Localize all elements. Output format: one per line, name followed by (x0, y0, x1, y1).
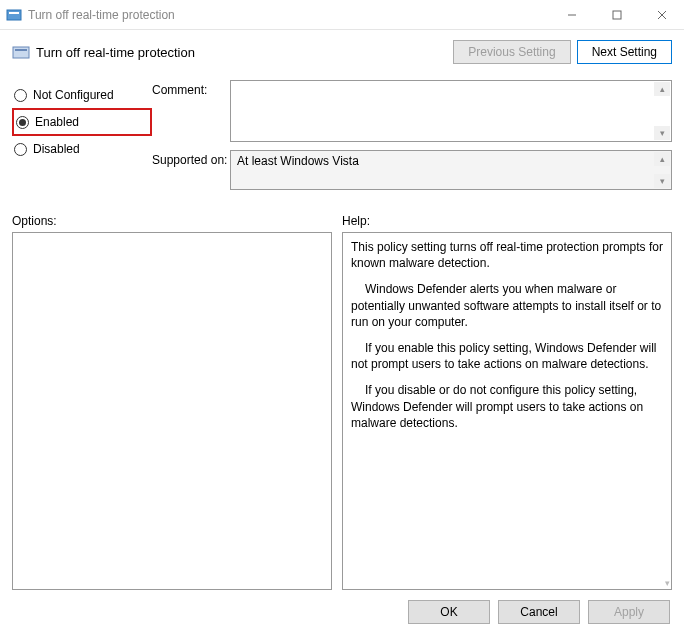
dialog-footer: OK Cancel Apply (12, 590, 672, 624)
maximize-button[interactable] (594, 0, 639, 29)
radio-label: Not Configured (33, 88, 114, 102)
minimize-button[interactable] (549, 0, 594, 29)
cancel-button[interactable]: Cancel (498, 600, 580, 624)
radio-label: Disabled (33, 142, 80, 156)
svg-rect-7 (15, 49, 27, 51)
radio-icon (16, 116, 29, 129)
options-label: Options: (12, 214, 342, 228)
help-text: This policy setting turns off real-time … (351, 239, 663, 431)
comment-input[interactable]: ▴ ▾ (230, 80, 672, 142)
comment-label: Comment: (152, 80, 230, 142)
help-paragraph: This policy setting turns off real-time … (351, 239, 663, 271)
radio-icon (14, 89, 27, 102)
radio-not-configured[interactable]: Not Configured (12, 82, 152, 108)
svg-rect-6 (13, 47, 29, 58)
svg-rect-0 (7, 10, 21, 20)
window-controls (549, 0, 684, 29)
radio-disabled[interactable]: Disabled (12, 136, 152, 162)
help-label: Help: (342, 214, 672, 228)
scroll-down-icon[interactable]: ▾ (665, 578, 670, 588)
radio-label: Enabled (35, 115, 79, 129)
svg-rect-3 (613, 11, 621, 19)
radio-icon (14, 143, 27, 156)
supported-on-label: Supported on: (152, 150, 230, 190)
help-paragraph: If you disable or do not configure this … (351, 382, 663, 431)
policy-icon (12, 43, 30, 61)
svg-rect-1 (9, 12, 19, 14)
supported-on-value-box: At least Windows Vista ▴ ▾ (230, 150, 672, 190)
app-icon (6, 7, 22, 23)
scroll-up-icon[interactable]: ▴ (654, 152, 670, 166)
help-paragraph: Windows Defender alerts you when malware… (351, 281, 663, 330)
scroll-down-icon[interactable]: ▾ (654, 126, 670, 140)
previous-setting-button[interactable]: Previous Setting (453, 40, 570, 64)
next-setting-button[interactable]: Next Setting (577, 40, 672, 64)
close-button[interactable] (639, 0, 684, 29)
apply-button[interactable]: Apply (588, 600, 670, 624)
page-title: Turn off real-time protection (36, 45, 447, 60)
supported-on-value: At least Windows Vista (237, 154, 359, 168)
help-paragraph: If you enable this policy setting, Windo… (351, 340, 663, 372)
help-pane: This policy setting turns off real-time … (342, 232, 672, 590)
scroll-up-icon[interactable]: ▴ (654, 82, 670, 96)
radio-enabled[interactable]: Enabled (12, 108, 152, 136)
options-pane (12, 232, 332, 590)
header-row: Turn off real-time protection Previous S… (12, 40, 672, 80)
state-radio-group: Not Configured Enabled Disabled (12, 80, 152, 198)
window-title: Turn off real-time protection (28, 8, 549, 22)
title-bar: Turn off real-time protection (0, 0, 684, 30)
ok-button[interactable]: OK (408, 600, 490, 624)
scroll-down-icon[interactable]: ▾ (654, 174, 670, 188)
